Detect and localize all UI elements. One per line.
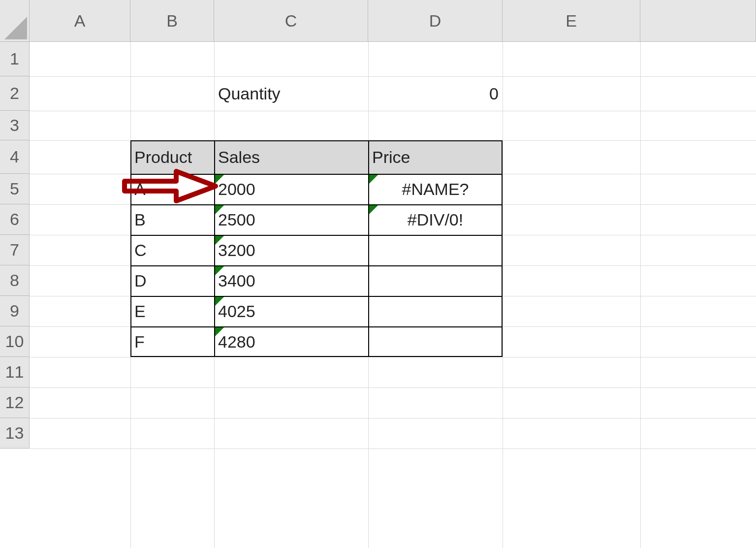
row-header-label: 1: [10, 49, 19, 68]
row-header-label: 8: [10, 271, 19, 290]
row-header-13[interactable]: 13: [0, 418, 30, 449]
row-header-2[interactable]: 2: [0, 76, 30, 111]
row-header-6[interactable]: 6: [0, 204, 30, 235]
row-header-11[interactable]: 11: [0, 357, 30, 387]
col-header-label: A: [74, 12, 86, 29]
cell-C2[interactable]: Quantity: [214, 76, 368, 111]
gridline: [30, 357, 756, 357]
col-header-A[interactable]: A: [30, 0, 130, 42]
row-header-1[interactable]: 1: [0, 42, 30, 76]
row-header-label: 4: [10, 147, 19, 166]
col-header-E[interactable]: E: [503, 0, 640, 42]
table-border: [130, 140, 503, 357]
row-header-10[interactable]: 10: [0, 326, 30, 357]
col-header-label: B: [166, 12, 178, 29]
gridline: [30, 387, 756, 388]
cell-value: 0: [489, 84, 499, 103]
row-header-8[interactable]: 8: [0, 265, 30, 296]
gridline: [503, 42, 503, 548]
col-header-D[interactable]: D: [368, 0, 503, 42]
row-header-label: 3: [10, 116, 19, 135]
row-header-5[interactable]: 5: [0, 174, 30, 204]
table-border: [130, 235, 503, 236]
cell-value: Quantity: [218, 84, 281, 103]
select-all-corner[interactable]: [0, 0, 30, 42]
row-header-label: 6: [10, 210, 19, 229]
col-header-B[interactable]: B: [130, 0, 214, 42]
row-header-label: 10: [5, 332, 24, 351]
col-header-label: D: [429, 12, 441, 29]
col-header-C[interactable]: C: [214, 0, 368, 42]
row-header-label: 9: [10, 301, 19, 321]
table-border: [130, 326, 503, 327]
gridline: [640, 42, 641, 548]
table-border: [130, 296, 503, 297]
cell-D2[interactable]: 0: [368, 76, 503, 111]
table-border: [214, 140, 215, 357]
table-border: [130, 204, 503, 205]
table-border: [368, 140, 369, 357]
row-header-12[interactable]: 12: [0, 387, 30, 418]
col-header-label: C: [285, 12, 297, 29]
spreadsheet-grid[interactable]: A B C D E 1 2 3 4 5 6 7 8 9 10 11 12 13 …: [0, 0, 756, 548]
row-header-9[interactable]: 9: [0, 296, 30, 326]
table-border: [130, 265, 503, 266]
gridline: [30, 449, 756, 449]
row-header-label: 2: [10, 84, 19, 103]
gridline: [30, 418, 756, 419]
row-header-label: 13: [5, 423, 24, 443]
row-header-label: 5: [10, 179, 19, 198]
col-header-F-partial[interactable]: [640, 0, 756, 42]
gridline: [30, 111, 756, 111]
row-header-7[interactable]: 7: [0, 235, 30, 265]
col-header-label: E: [566, 12, 577, 29]
row-header-label: 11: [5, 362, 24, 382]
row-header-4[interactable]: 4: [0, 140, 30, 174]
table-border: [130, 174, 503, 175]
row-header-3[interactable]: 3: [0, 111, 30, 140]
row-header-label: 12: [5, 393, 24, 412]
row-header-label: 7: [10, 240, 19, 259]
